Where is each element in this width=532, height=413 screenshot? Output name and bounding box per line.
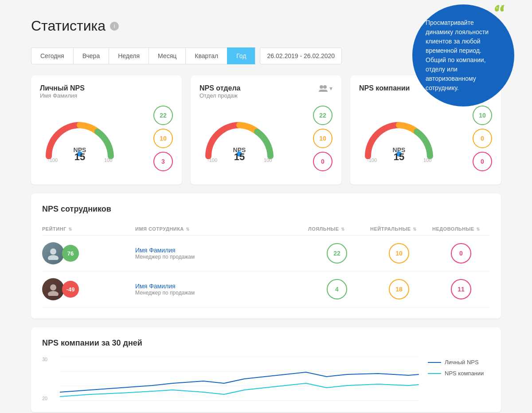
employee-2-name[interactable]: Имя Фамилия <box>135 283 304 290</box>
svg-point-14 <box>48 291 59 296</box>
dept-nps-gauge-container: -100 100 NPS 15 22 10 0 <box>200 101 332 176</box>
dept-nps-card: NPS отдела Отдел продаж ▾ <box>191 75 341 185</box>
dept-critics-badge: 0 <box>313 152 332 171</box>
table-row: 76 Имя Фамилия Менеджер по продажам 22 1… <box>42 236 490 271</box>
svg-text:100: 100 <box>264 157 272 163</box>
tab-month[interactable]: Месяц <box>149 47 185 64</box>
employee-2-avatar <box>42 278 64 300</box>
dept-nps-title: NPS отдела <box>200 84 240 92</box>
company-nps-badges: 10 0 0 <box>473 106 492 171</box>
col-critics[interactable]: Недовольные ⇅ <box>432 226 490 232</box>
employee-1-avatar <box>42 242 64 264</box>
company-loyal-badge: 10 <box>473 106 492 125</box>
employee-1-name[interactable]: Имя Фамилия <box>135 247 304 254</box>
dept-nps-header: NPS отдела Отдел продаж ▾ <box>200 84 332 99</box>
svg-text:-100: -100 <box>48 157 58 163</box>
sort-name-icon: ⇅ <box>186 227 190 232</box>
tab-year[interactable]: Год <box>227 47 255 64</box>
col-rating[interactable]: Рейтинг ⇅ <box>42 226 131 232</box>
legend-company-nps: NPS компании <box>428 370 490 377</box>
personal-loyal-badge: 22 <box>153 106 173 125</box>
dept-selector[interactable]: ▾ <box>318 84 332 92</box>
svg-point-13 <box>50 284 56 291</box>
page-container: Статистика i " Просматривайте динамику л… <box>22 0 510 413</box>
col-loyal[interactable]: Лояльные ⇅ <box>308 226 366 232</box>
employee-1-neutral-cell: 10 <box>370 243 428 264</box>
legend-line-cyan <box>428 373 441 374</box>
employee-1-loyal-cell: 22 <box>308 243 366 264</box>
svg-point-11 <box>50 248 56 255</box>
personal-nps-card: Личный NPS Имя Фамилия -100 100 <box>31 75 182 185</box>
col-neutral[interactable]: Нейтральные ⇅ <box>370 226 428 232</box>
personal-neutral-badge: 10 <box>153 129 173 148</box>
col-name[interactable]: Имя сотрудника ⇅ <box>135 226 304 232</box>
tab-yesterday[interactable]: Вчера <box>73 47 109 64</box>
dept-dropdown-icon: ▾ <box>329 85 332 92</box>
dept-nps-subtitle: Отдел продаж <box>200 92 240 99</box>
company-nps-title: NPS компании <box>359 84 410 92</box>
employees-section: NPS сотрудников Рейтинг ⇅ Имя сотрудника… <box>31 193 501 319</box>
sort-loyal-icon: ⇅ <box>341 227 345 232</box>
personal-nps-title: Личный NPS <box>40 84 85 92</box>
table-row: -49 Имя Фамилия Менеджер по продажам 4 1… <box>42 271 490 307</box>
legend-personal-nps: Личный NPS <box>428 359 490 366</box>
employee-1-critics-cell: 0 <box>432 243 490 264</box>
dept-loyal-badge: 22 <box>313 106 332 125</box>
company-nps-gauge-container: -100 100 NPS 15 10 0 0 <box>359 101 492 176</box>
tab-quarter[interactable]: Квартал <box>185 47 227 64</box>
chart-svg-container <box>60 357 419 401</box>
employee-1-loyal: 22 <box>327 243 347 264</box>
tooltip-bubble: " Просматривайте динамику лояльности кли… <box>412 4 514 106</box>
employee-2-loyal-cell: 4 <box>308 279 366 299</box>
sort-neutral-icon: ⇅ <box>413 227 417 232</box>
employees-section-title: NPS сотрудников <box>42 205 490 214</box>
info-icon[interactable]: i <box>110 22 119 31</box>
employee-1-info: Имя Фамилия Менеджер по продажам <box>135 247 304 260</box>
employee-2-critics: 11 <box>451 279 471 299</box>
svg-point-3 <box>320 85 323 89</box>
employee-1-critics: 0 <box>451 243 471 264</box>
employee-2-neutral: 18 <box>389 279 409 299</box>
sort-critics-icon: ⇅ <box>476 227 480 232</box>
employees-table-header: Рейтинг ⇅ Имя сотрудника ⇅ Лояльные ⇅ Не… <box>42 223 490 236</box>
personal-nps-header: Личный NPS Имя Фамилия <box>40 84 173 99</box>
employee-1-role: Менеджер по продажам <box>135 254 304 260</box>
company-nps-subtitle <box>359 92 410 99</box>
chart-svg <box>60 357 419 401</box>
personal-nps-gauge: -100 100 NPS 15 <box>40 114 120 163</box>
personal-nps-gauge-container: -100 100 NPS 15 22 10 3 <box>40 101 173 176</box>
employee-2-rating-badge: -49 <box>62 281 79 298</box>
page-title: Статистика <box>31 18 106 34</box>
personal-nps-subtitle: Имя Фамилия <box>40 92 85 99</box>
legend-personal-label: Личный NPS <box>445 359 479 366</box>
chart-area: 30 20 Личный NPS <box>42 357 490 401</box>
company-critics-badge: 0 <box>473 152 492 171</box>
tab-today[interactable]: Сегодня <box>31 47 73 64</box>
svg-point-4 <box>323 85 327 89</box>
company-neutral-badge: 0 <box>473 129 492 148</box>
svg-text:100: 100 <box>104 157 112 163</box>
chart-legend: Личный NPS NPS компании <box>428 357 490 401</box>
chart-title: NPS компании за 30 дней <box>42 338 490 348</box>
personal-critics-badge: 3 <box>153 152 173 171</box>
sort-rating-icon: ⇅ <box>68 227 72 232</box>
employee-2-loyal: 4 <box>327 279 347 299</box>
chart-y-label-30: 30 <box>42 357 47 362</box>
employee-1-neutral: 10 <box>389 243 409 264</box>
dept-selector-icon <box>318 84 329 92</box>
legend-line-blue <box>428 362 441 363</box>
employee-2-info: Имя Фамилия Менеджер по продажам <box>135 283 304 296</box>
chart-section: NPS компании за 30 дней 30 20 <box>31 327 501 412</box>
date-range[interactable]: 26.02.2019 - 26.02.2020 <box>260 47 342 64</box>
dept-nps-value: 15 <box>234 151 245 163</box>
tab-week[interactable]: Неделя <box>109 47 149 64</box>
personal-nps-value: 15 <box>74 151 85 163</box>
company-nps-gauge: -100 100 NPS 15 <box>359 114 439 163</box>
dept-nps-gauge: -100 100 NPS 15 <box>200 114 279 163</box>
svg-text:-100: -100 <box>207 157 217 163</box>
employee-2-neutral-cell: 18 <box>370 279 428 299</box>
employee-2-critics-cell: 11 <box>432 279 490 299</box>
personal-nps-badges: 22 10 3 <box>153 106 173 171</box>
svg-point-12 <box>48 255 59 260</box>
tooltip-text: Просматривайте динамику лояльности клиен… <box>426 18 501 93</box>
